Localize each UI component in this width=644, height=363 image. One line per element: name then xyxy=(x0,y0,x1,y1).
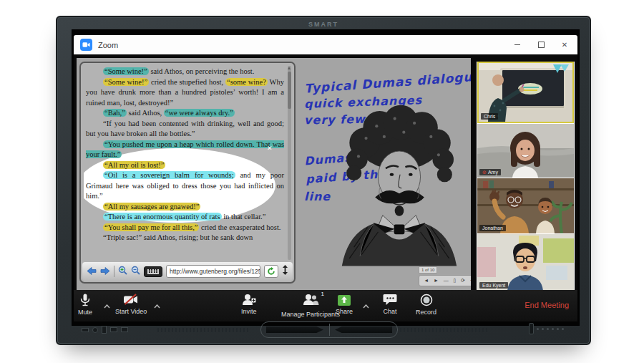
scroll-up-icon[interactable] xyxy=(288,67,291,69)
stylus-pen[interactable] xyxy=(266,326,323,333)
document-text-segment: “If you had been contented with drinking… xyxy=(86,120,284,138)
highlighted-text: “There is an enormous quantity of rats xyxy=(103,213,222,221)
close-button[interactable]: ✕ xyxy=(559,39,570,51)
document-scrollbar[interactable] xyxy=(288,66,291,260)
chat-button[interactable]: Chat xyxy=(383,294,397,315)
toolbar-divider xyxy=(114,266,114,277)
record-icon xyxy=(420,294,433,306)
highlighted-text: “All my oil is lost!” xyxy=(103,161,165,169)
chat-icon xyxy=(383,294,397,306)
meeting-toolbar: Mute Start Video xyxy=(74,290,577,321)
scrollbar-thumb[interactable] xyxy=(288,72,291,109)
highlighted-text: “some wine? xyxy=(225,78,268,86)
highlighted-text: “You shall pay me for all this,” xyxy=(103,223,199,231)
share-screen-icon xyxy=(337,294,351,306)
document-text-segment: in that cellar.” xyxy=(222,213,266,221)
minimize-button[interactable] xyxy=(512,39,523,51)
document-text-segment: cried the exasperated host. xyxy=(199,223,280,231)
meeting-content: “Some wine!” said Athos, on perceiving t… xyxy=(74,54,577,321)
speaker-grille xyxy=(396,328,489,332)
participant-name: Chris xyxy=(484,113,495,120)
highlighted-text: “Some wine!” xyxy=(103,67,149,75)
whiteboard-note-line: Typical Dumas dialogue xyxy=(304,69,471,95)
maximize-button[interactable] xyxy=(535,39,547,51)
document-text: “Some wine!” said Athos, on perceiving t… xyxy=(84,65,286,243)
shared-screen: “Some wine!” said Athos, on perceiving t… xyxy=(77,58,471,290)
microphone-icon xyxy=(80,294,90,306)
participants-count-badge: 1 xyxy=(321,291,324,297)
document-text-segment: “Triple sac!” said Athos, rising; but he… xyxy=(103,233,253,241)
speaker-grille xyxy=(157,328,250,332)
browser-toolbar: http://www.gutenberg.org/files/1257 xyxy=(82,262,293,281)
zoom-logo-icon xyxy=(80,39,92,51)
window-controls: ✕ xyxy=(512,35,570,54)
mute-button[interactable]: Mute xyxy=(78,294,92,316)
document-text-segment: said Athos, on perceiving the host. xyxy=(149,67,255,75)
participant-name: Edu Kyent xyxy=(482,282,505,289)
participants-icon xyxy=(302,294,319,306)
stylus-pen[interactable] xyxy=(335,326,392,333)
dumas-portrait-sketch xyxy=(331,102,467,267)
record-button[interactable]: Record xyxy=(416,294,436,316)
video-panel: Chris xyxy=(477,57,575,294)
window-title: Zoom xyxy=(98,41,118,49)
forward-button[interactable] xyxy=(100,265,110,278)
participant-name: Jonathan xyxy=(482,225,503,231)
annotation-close-icon[interactable]: ✕ xyxy=(267,145,273,152)
start-video-button[interactable]: Start Video xyxy=(115,294,147,315)
pen-tray xyxy=(260,321,398,338)
reload-button[interactable] xyxy=(264,265,278,278)
video-options-chevron[interactable] xyxy=(154,299,160,311)
mic-muted-icon: ⊘ xyxy=(482,169,487,175)
document-viewer[interactable]: “Some wine!” said Athos, on perceiving t… xyxy=(79,62,296,284)
video-tile[interactable]: Chris xyxy=(477,62,574,123)
page: SMART Zoom ✕ xyxy=(0,0,644,363)
monitor-brand-logo: SMART xyxy=(57,21,590,28)
camera-off-icon xyxy=(123,294,139,306)
pager-more-icon[interactable]: ⋯ xyxy=(470,277,471,284)
participant-name: Amy xyxy=(488,169,498,175)
whiteboard-note-line: line xyxy=(304,190,331,203)
monitor-screen: Zoom ✕ “Some w xyxy=(72,29,580,326)
highlighted-text: “Some wine!” xyxy=(103,78,149,86)
url-field[interactable]: http://www.gutenberg.org/files/1257 xyxy=(166,265,260,278)
zoom-window: Zoom ✕ “Some w xyxy=(74,35,577,321)
video-tile[interactable]: Edu Kyent xyxy=(477,234,574,291)
highlighted-text: “All my sausages are gnawed!” xyxy=(103,203,200,210)
pager-page-icon[interactable]: ▯ xyxy=(453,277,456,284)
page-indicator: 1 of 10 xyxy=(419,266,437,274)
invite-button[interactable]: Invite xyxy=(241,294,257,315)
connector-ports xyxy=(82,326,128,334)
share-button[interactable]: Share xyxy=(336,294,353,315)
document-text-segment: said Athos, xyxy=(127,109,164,117)
keyboard-icon[interactable] xyxy=(144,266,162,277)
zoom-in-icon[interactable] xyxy=(118,265,127,278)
highlighted-text: “You pushed me upon a heap which rolled … xyxy=(86,140,284,159)
document-page: “Some wine!” said Athos, on perceiving t… xyxy=(84,65,286,261)
share-options-chevron[interactable] xyxy=(363,299,369,311)
highlighted-text: “we were always dry.” xyxy=(164,109,235,117)
highlighted-text: “Bah,” xyxy=(103,109,127,117)
pager-sync-icon[interactable]: ⟳ xyxy=(461,277,465,284)
document-text-segment: cried the stupefied host, xyxy=(149,78,225,86)
control-buttons[interactable] xyxy=(529,323,564,334)
page-forward-button[interactable]: ► xyxy=(434,277,439,284)
back-button[interactable] xyxy=(87,265,97,278)
url-text: http://www.gutenberg.org/files/1257 xyxy=(167,268,260,275)
video-tile[interactable]: Jonathan xyxy=(477,178,574,233)
video-tile[interactable]: ⊘Amy xyxy=(477,124,574,178)
page-back-button[interactable]: ◄ xyxy=(424,277,429,284)
zoom-out-icon[interactable] xyxy=(131,265,140,278)
invite-icon xyxy=(242,294,256,306)
highlighted-text: “Oil is a sovereign balm for wounds; xyxy=(103,171,235,179)
pager-dash-icon[interactable]: — xyxy=(444,277,449,284)
end-meeting-button[interactable]: End Meeting xyxy=(525,301,569,309)
window-titlebar[interactable]: Zoom ✕ xyxy=(74,35,577,54)
whiteboard-pager-toolbar: 1 of 10 ◄ ► — ▯ ⟳ ⋯ xyxy=(419,261,471,286)
mute-options-chevron[interactable] xyxy=(104,299,110,311)
smart-board-monitor: SMART Zoom ✕ xyxy=(56,16,591,345)
video-panel-top-strip xyxy=(477,57,575,62)
fit-height-icon[interactable] xyxy=(282,265,288,278)
